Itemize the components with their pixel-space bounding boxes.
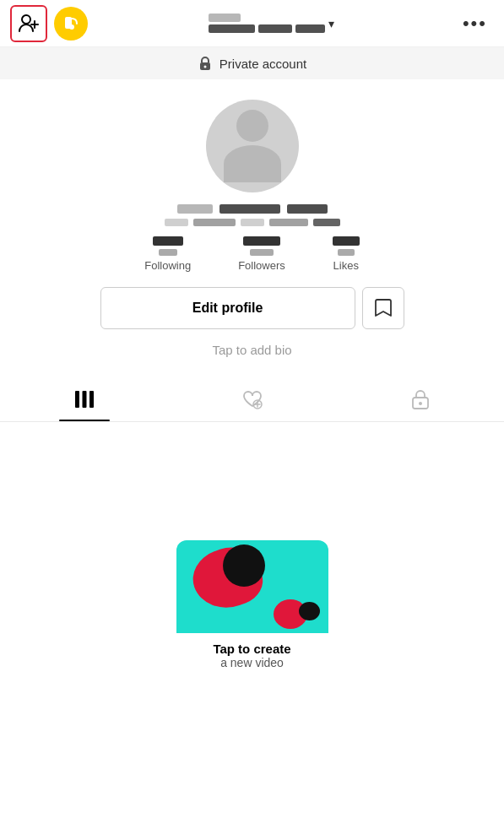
svg-rect-9 xyxy=(89,391,94,408)
tab-liked[interactable] xyxy=(168,377,336,421)
private-account-text: Private account xyxy=(219,57,306,71)
tiktok-logo-button[interactable] xyxy=(54,7,88,41)
svg-rect-8 xyxy=(82,391,86,408)
create-card-background xyxy=(176,540,328,633)
likes-value xyxy=(333,236,360,256)
tabs-row xyxy=(0,377,504,422)
avatar-person xyxy=(224,110,281,182)
following-label: Following xyxy=(144,259,191,272)
create-video-card[interactable]: Tap to create a new video xyxy=(176,540,328,675)
add-user-button[interactable] xyxy=(10,5,47,42)
stat-following[interactable]: Following xyxy=(121,236,214,272)
lock-icon xyxy=(198,56,213,71)
username-line2 xyxy=(165,219,340,226)
create-card-text: Tap to create a new video xyxy=(176,633,328,675)
stat-followers[interactable]: Followers xyxy=(214,236,309,272)
liked-icon xyxy=(241,389,263,409)
edit-profile-button[interactable]: Edit profile xyxy=(100,287,355,329)
profile-section: Following Followers Likes Edit profile xyxy=(0,79,504,377)
likes-label: Likes xyxy=(333,259,359,272)
avatar-body xyxy=(224,145,281,182)
profile-username-display xyxy=(165,204,340,226)
following-value xyxy=(153,236,183,256)
bio-placeholder[interactable]: Tap to add bio xyxy=(212,343,291,357)
username-selector[interactable]: ▾ xyxy=(209,14,334,33)
svg-point-6 xyxy=(203,66,206,68)
username-line1 xyxy=(177,204,328,214)
svg-point-14 xyxy=(419,402,422,405)
followers-value xyxy=(243,236,280,256)
more-options-button[interactable]: ••• xyxy=(456,9,494,38)
chevron-down-icon: ▾ xyxy=(328,17,334,30)
header: ▾ ••• xyxy=(0,0,504,47)
bookmark-icon xyxy=(374,298,393,318)
svg-point-4 xyxy=(69,24,74,30)
bookmark-button[interactable] xyxy=(362,287,404,329)
blob4 xyxy=(299,602,320,620)
tab-videos[interactable] xyxy=(0,377,168,421)
header-center: ▾ xyxy=(88,14,456,33)
svg-rect-7 xyxy=(75,391,79,408)
avatar xyxy=(206,100,299,192)
svg-point-0 xyxy=(22,15,30,24)
tiktok-note-icon xyxy=(62,15,79,32)
stat-likes[interactable]: Likes xyxy=(309,236,383,272)
followers-label: Followers xyxy=(238,259,285,272)
username-redacted-blocks xyxy=(209,14,325,33)
create-video-title: Tap to create xyxy=(187,642,318,656)
tab-private[interactable] xyxy=(336,377,504,421)
videos-grid-icon xyxy=(73,390,95,409)
header-left xyxy=(10,5,88,42)
create-video-subtitle: a new video xyxy=(187,656,318,669)
content-area: Tap to create a new video xyxy=(0,422,504,675)
edit-profile-label: Edit profile xyxy=(192,301,263,316)
stats-row: Following Followers Likes xyxy=(14,236,490,272)
add-user-icon xyxy=(19,14,39,33)
action-row: Edit profile xyxy=(100,287,404,329)
avatar-head xyxy=(236,110,268,142)
blob2 xyxy=(223,544,265,587)
private-lock-icon xyxy=(411,388,430,410)
private-account-banner: Private account xyxy=(0,47,504,79)
